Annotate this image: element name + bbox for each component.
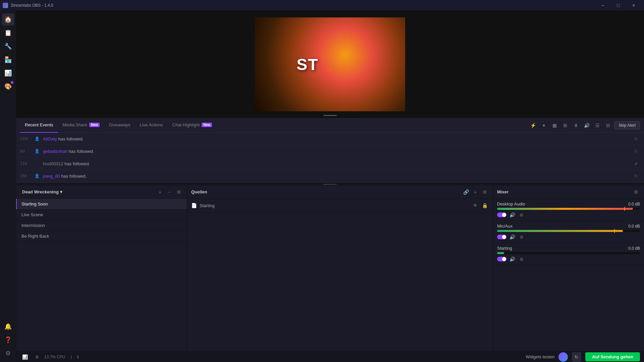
event-actions: ✓ (632, 160, 640, 168)
tab-media-share-label: Media Share (63, 122, 88, 127)
mic-aux-db: 0.0 dB (628, 224, 640, 229)
mixer-toggle-starting[interactable] (497, 257, 506, 261)
event-refresh-btn[interactable]: ↻ (632, 135, 640, 143)
event-user[interactable]: joerg_80 (43, 174, 60, 179)
filter-btn[interactable]: ⊞ (560, 121, 570, 130)
scene-dropdown[interactable]: Dead Wreckening ▾ (20, 189, 64, 195)
preview-overlay-text: ST (297, 55, 318, 74)
tab-media-share[interactable]: Media Share New (58, 118, 104, 133)
mixer-marker-desktop (624, 207, 625, 211)
list-view-btn[interactable]: ☰ (593, 121, 602, 130)
app-body: 🏠 📋 🔧 🏪 📊 🎨 🔔 ❓ ⚙ ST Recent Events (0, 11, 644, 362)
tab-recent-events[interactable]: Recent Events (20, 118, 58, 133)
sidebar: 🏠 📋 🔧 🏪 📊 🎨 🔔 ❓ ⚙ (0, 11, 16, 362)
tab-live-actions[interactable]: Live Actions (135, 118, 167, 133)
sidebar-item-tools[interactable]: 🔧 (2, 40, 14, 52)
cpu-icon: 🖥 (35, 355, 39, 359)
tab-live-actions-label: Live Actions (140, 122, 163, 127)
event-time: 16d (20, 174, 34, 178)
event-user[interactable]: geliadizohan (43, 149, 67, 154)
mixer-toggle-mic[interactable] (497, 235, 506, 239)
mixer-channel-settings-starting[interactable]: ⚙ (518, 255, 525, 263)
scene-item[interactable]: Intermission (16, 220, 187, 231)
event-refresh-btn[interactable]: ↻ (632, 147, 640, 155)
sidebar-item-store[interactable]: 🏪 (2, 54, 14, 66)
mixer-volume-btn-starting[interactable]: 🔊 (508, 255, 516, 263)
event-refresh-btn[interactable]: ↻ (632, 172, 640, 180)
tab-giveaways[interactable]: Giveaways (104, 118, 135, 133)
layout-grid-btn[interactable]: ▦ (550, 121, 559, 130)
mixer-volume-btn-desktop[interactable]: 🔊 (508, 211, 516, 219)
event-user[interactable]: AllOaty (43, 136, 57, 141)
event-action: has followed. (57, 136, 84, 141)
go-live-button[interactable]: Auf Sendung gehen (585, 352, 640, 361)
mixer-channel-settings-desktop[interactable]: ⚙ (518, 211, 525, 219)
info-icon[interactable]: ℹ (77, 355, 79, 359)
sidebar-item-stats[interactable]: 📊 (2, 67, 14, 79)
source-lock-btn[interactable]: 🔒 (481, 201, 489, 209)
sidebar-item-dashboard[interactable]: 🏠 (2, 13, 14, 25)
mixer-channel-settings-mic[interactable]: ⚙ (518, 233, 525, 241)
event-row: 16d 👤 Flammenkueken has followed. ↻ (16, 182, 644, 183)
scene-settings-btn[interactable]: ⚙ (175, 188, 183, 196)
skip-alert-button[interactable]: Skip Alert (614, 121, 640, 129)
mixer-settings-btn[interactable]: ⚙ (632, 188, 640, 196)
events-toolbar: ⚡ ▾ ▦ ⊞ ⏸ 🔊 ☰ ⊟ Skip Alert (528, 121, 640, 130)
event-time: 21hr (20, 136, 34, 141)
source-eye-btn[interactable]: 👁 (471, 201, 479, 209)
chat-highlight-new-badge: New (202, 123, 212, 127)
grid-view-btn[interactable]: ⊟ (603, 121, 613, 130)
new-badge (11, 81, 13, 84)
tab-chat-highlight-label: Chat Highlight (172, 122, 200, 127)
scene-item[interactable]: Live Scene (16, 209, 187, 220)
mixer-channel-header-starting: Starting 0.0 dB (497, 246, 640, 251)
user-avatar[interactable] (558, 352, 568, 362)
mixer-channel-mic: Mic/Aux 0.0 dB 🔊 ⚙ (493, 221, 644, 243)
chevron-down-btn[interactable]: ▾ (539, 121, 548, 130)
mixer-controls-starting: 🔊 ⚙ (497, 255, 640, 263)
event-action: has followed. (67, 149, 94, 154)
cpu-label: 13.7% CPU (44, 355, 65, 359)
mute-btn[interactable]: 🔊 (582, 121, 591, 130)
mixer-bar-starting (497, 252, 504, 254)
sidebar-item-events[interactable]: 📋 (2, 27, 14, 39)
mixer-title: Mixer (497, 189, 508, 194)
separator: | (71, 355, 72, 359)
titlebar: Streamlabs OBS - 1.4.0 − □ × (0, 0, 644, 11)
event-actions: ↻ (632, 135, 640, 143)
close-button[interactable]: × (626, 0, 641, 11)
scene-item[interactable]: Be Right Back (16, 231, 187, 242)
minimize-button[interactable]: − (595, 0, 610, 11)
filter-dropdown-btn[interactable]: ⚡ (528, 121, 538, 130)
source-item[interactable]: 📄 Starting 👁 🔒 (187, 199, 493, 213)
refresh-btn[interactable]: ↻ (572, 352, 581, 362)
source-settings-btn[interactable]: ⚙ (481, 188, 489, 196)
chart-icon-btn[interactable]: 📊 (20, 352, 30, 362)
mixer-controls-desktop: 🔊 ⚙ (497, 211, 640, 219)
scene-link-btn[interactable]: 🔗 (462, 188, 470, 196)
event-check-btn[interactable]: ✓ (632, 160, 640, 168)
add-scene-btn[interactable]: + (156, 188, 164, 196)
sources-header: Quellen 🔗 + ⚙ (187, 185, 493, 199)
app-title: Streamlabs OBS - 1.4.0 (11, 3, 53, 8)
add-source-btn[interactable]: + (471, 188, 479, 196)
sidebar-item-settings[interactable]: ⚙ (2, 347, 14, 359)
desktop-audio-db: 0.0 dB (628, 202, 640, 206)
mixer-toggle-desktop[interactable] (497, 213, 506, 217)
mixer-volume-btn-mic[interactable]: 🔊 (508, 233, 516, 241)
scene-item[interactable]: Starting Soon (16, 199, 187, 209)
sidebar-item-help[interactable]: ❓ (2, 334, 14, 346)
sidebar-item-themes[interactable]: 🎨 (2, 80, 14, 93)
mixer-channel-header-mic: Mic/Aux 0.0 dB (497, 224, 640, 229)
maximize-button[interactable]: □ (610, 0, 626, 11)
mixer-toggle-knob (502, 213, 506, 217)
test-widgets-button[interactable]: Widgets testen (526, 354, 554, 359)
tab-chat-highlight[interactable]: Chat Highlight New (168, 118, 217, 133)
event-user[interactable]: host00312 (43, 161, 63, 166)
bottom-section: Dead Wreckening ▾ + − ⚙ Starting Soon Li… (16, 185, 644, 351)
pause-btn[interactable]: ⏸ (571, 121, 581, 130)
remove-scene-btn[interactable]: − (165, 188, 173, 196)
desktop-audio-label: Desktop Audio (497, 201, 525, 206)
event-action: has followed. (60, 174, 87, 179)
sidebar-item-notifications[interactable]: 🔔 (2, 320, 14, 333)
